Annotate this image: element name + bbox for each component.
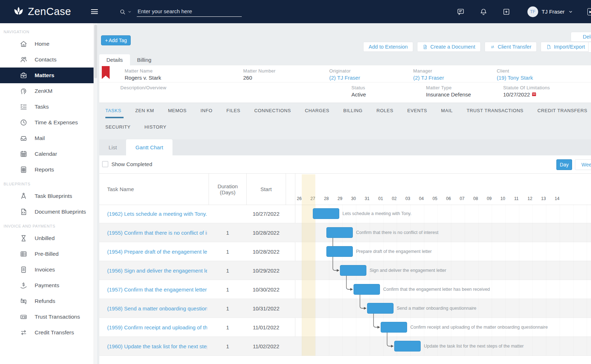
- subtab-security[interactable]: SECURITY: [105, 124, 131, 135]
- task-start-date: 11/01/2022: [246, 318, 286, 336]
- sidebar-item-label: Tasks: [35, 104, 49, 110]
- subtab-events[interactable]: EVENTS: [407, 108, 427, 118]
- subtab-memos[interactable]: MEMOS: [168, 108, 186, 118]
- task-link[interactable]: (1959) Confirm receipt and uploading of …: [107, 318, 207, 336]
- subtab-connections[interactable]: CONNECTIONS: [254, 108, 291, 118]
- search-scope-chevron-icon[interactable]: [127, 10, 132, 14]
- subtab-info[interactable]: INFO: [201, 108, 212, 118]
- refund-icon: [20, 297, 27, 305]
- gantt-bar-label: Lets schedule a meeting with Tony.: [342, 211, 411, 216]
- create-a-document-button[interactable]: Create a Document: [417, 42, 481, 52]
- task-link[interactable]: (1958) Send a matter onboarding question…: [107, 299, 207, 318]
- task-link[interactable]: (1955) Confirm that there is no conflict…: [107, 223, 207, 242]
- subtab-tasks[interactable]: TASKS: [105, 108, 121, 118]
- search-icon[interactable]: [119, 9, 126, 15]
- task-link[interactable]: (1960) Update the task list for the next…: [107, 337, 207, 355]
- axis-tick-09: 09: [487, 196, 491, 201]
- subtab-roles[interactable]: ROLES: [376, 108, 393, 118]
- timer-icon[interactable]: ▶: [587, 8, 591, 15]
- delete-button[interactable]: Delete: [571, 32, 591, 42]
- sidebar-item-label: ZenKM: [35, 88, 52, 94]
- sidebar-item-mail[interactable]: Mail: [0, 130, 94, 146]
- notifications-bell-icon[interactable]: [480, 8, 487, 16]
- subtab-charges[interactable]: CHARGES: [305, 108, 330, 118]
- import-export-button[interactable]: Import/Export: [541, 42, 590, 52]
- task-link[interactable]: (1956) Sign and deliver the engagement l…: [107, 261, 207, 280]
- sidebar-item-time-expenses[interactable]: Time & Expenses: [0, 115, 94, 130]
- subtab-billing[interactable]: BILLING: [343, 108, 362, 118]
- sidebar-item-home[interactable]: Home: [0, 36, 94, 52]
- tab-billing[interactable]: Billing: [130, 54, 159, 65]
- tab-list-view[interactable]: List: [99, 139, 126, 155]
- subtab-files[interactable]: FILES: [226, 108, 240, 118]
- menu-hamburger-icon[interactable]: [91, 8, 98, 15]
- chat-icon[interactable]: [457, 8, 465, 16]
- sidebar-item-calendar[interactable]: Calendar: [0, 146, 94, 162]
- sidebar-item-pre-billed[interactable]: Pre-Billed: [0, 246, 94, 262]
- subtab-trust-transactions[interactable]: TRUST TRANSACTIONS: [467, 108, 524, 118]
- sidebar-item-task-blueprints[interactable]: Task Blueprints: [0, 188, 94, 204]
- gantt-bar[interactable]: [394, 341, 421, 351]
- sidebar-item-document-blueprints[interactable]: Document Blueprints: [0, 204, 94, 220]
- sidebar-item-invoices[interactable]: Invoices: [0, 262, 94, 278]
- axis-tick-06: 06: [446, 196, 451, 201]
- field-value[interactable]: (19) Tony Stark: [497, 75, 533, 81]
- field-label: Status: [351, 85, 366, 90]
- hourglass-icon: [20, 234, 27, 242]
- show-completed-checkbox[interactable]: [102, 161, 108, 167]
- subtab-credit-transfers[interactable]: CREDIT TRANSFERS: [537, 108, 587, 118]
- task-link[interactable]: (1957) Confirm that the engagement lette…: [107, 280, 207, 299]
- sidebar-item-unbilled[interactable]: Unbilled: [0, 230, 94, 246]
- user-name[interactable]: TJ Fraser: [542, 9, 565, 15]
- cut-action-button[interactable]: [588, 42, 591, 53]
- client-transfer-button[interactable]: Client Transfer: [485, 42, 537, 52]
- zencase-logo[interactable]: ZenCase: [12, 5, 71, 18]
- search-input[interactable]: [137, 7, 242, 17]
- sidebar-item-reports[interactable]: Reports: [0, 162, 94, 178]
- scale-day-button[interactable]: Day: [556, 159, 572, 170]
- user-menu-chevron-icon[interactable]: [568, 9, 573, 14]
- quick-add-icon[interactable]: [502, 8, 510, 16]
- sidebar-item-zenkm[interactable]: ZenKM: [0, 83, 94, 99]
- gantt-panel: Show Completed Day Week Task Name Durati…: [99, 155, 591, 364]
- sidebar-item-label: Pre-Billed: [35, 251, 59, 257]
- sidebar-item-label: Invoices: [35, 266, 55, 273]
- field-label: Manager: [413, 68, 444, 74]
- gantt-bar[interactable]: [326, 246, 353, 257]
- sidebar-item-label: Document Blueprints: [35, 209, 86, 215]
- tab-gantt-chart-view[interactable]: Gantt Chart: [126, 139, 172, 155]
- gantt-bar[interactable]: [326, 227, 353, 238]
- task-link[interactable]: (1954) Prepare draft of the engagement l…: [107, 242, 207, 261]
- sidebar-item-matters[interactable]: Matters: [0, 68, 94, 83]
- scale-week-button[interactable]: Week: [575, 159, 591, 170]
- task-link[interactable]: (1962) Lets schedule a meeting with Tony…: [107, 204, 207, 223]
- field-label: Description/Overview: [120, 85, 166, 90]
- column-header-start: Start: [246, 174, 286, 205]
- gantt-bar[interactable]: [340, 265, 366, 276]
- gantt-bar[interactable]: [354, 284, 380, 295]
- axis-tick-31: 31: [365, 196, 369, 201]
- home-icon: [20, 40, 27, 48]
- sidebar-item-credit-transfers[interactable]: Credit Transfers: [0, 325, 94, 340]
- sidebar-item-label: Unbilled: [35, 235, 55, 241]
- sidebar-item-payments[interactable]: Payments: [0, 278, 94, 293]
- field-value[interactable]: (2) TJ Fraser: [329, 75, 360, 81]
- bookmark-icon[interactable]: [102, 66, 110, 79]
- sidebar-item-trust-transactions[interactable]: Trust Transactions: [0, 309, 94, 325]
- logo-text: ZenCase: [28, 6, 71, 18]
- field-value[interactable]: (2) TJ Fraser: [413, 75, 444, 81]
- subtab-mail[interactable]: MAIL: [441, 108, 453, 118]
- gantt-bar[interactable]: [313, 208, 339, 219]
- user-avatar[interactable]: TF: [527, 6, 538, 17]
- add-tag-button[interactable]: +Add Tag: [101, 35, 131, 45]
- gantt-bar[interactable]: [367, 303, 394, 314]
- subtab-history[interactable]: HISTORY: [145, 124, 167, 135]
- tab-details[interactable]: Details: [99, 54, 130, 65]
- sidebar-item-refunds[interactable]: Refunds: [0, 293, 94, 309]
- gantt-bar[interactable]: [381, 322, 407, 333]
- subtab-zen-km[interactable]: ZEN KM: [135, 108, 154, 118]
- sidebar-item-contacts[interactable]: Contacts: [0, 52, 94, 68]
- sidebar-item-tasks[interactable]: Tasks: [0, 99, 94, 115]
- add-to-extension-button[interactable]: Add to Extension: [363, 42, 413, 52]
- axis-tick-08: 08: [473, 196, 478, 201]
